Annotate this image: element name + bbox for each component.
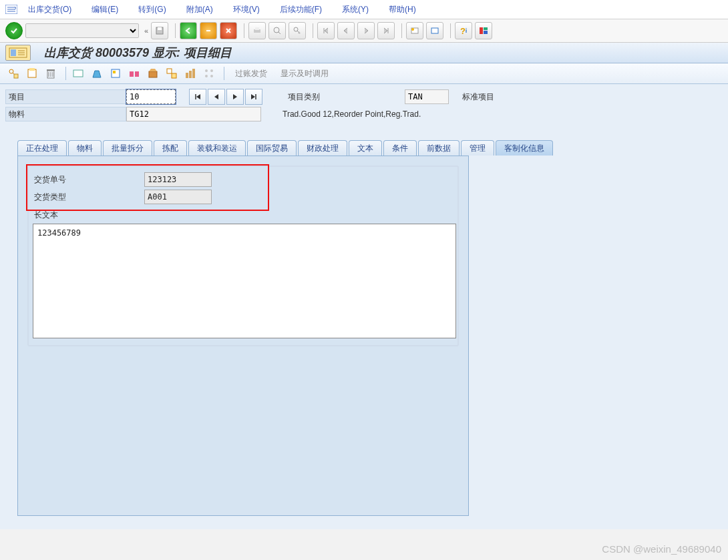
form-area: 项目 10 项目类别 TAN 标准项目 物料 TG12 Trad.Good 12… xyxy=(0,84,728,529)
prev-page-button[interactable] xyxy=(337,22,355,39)
tab-admin[interactable]: 管理 xyxy=(461,140,494,156)
first-page-button[interactable] xyxy=(317,22,335,39)
last-item-button[interactable] xyxy=(245,89,262,105)
tab-content: 交货单号 123123 交货类型 A001 长文本 123456789 xyxy=(17,156,469,516)
delivery-type-input[interactable]: A001 xyxy=(144,190,212,204)
svg-rect-19 xyxy=(431,28,438,33)
tab-text[interactable]: 文本 xyxy=(349,140,382,156)
svg-marker-39 xyxy=(93,71,101,77)
svg-rect-44 xyxy=(149,71,157,77)
help-button[interactable]: ?i xyxy=(455,22,472,39)
svg-marker-56 xyxy=(196,94,200,99)
tab-batch-split[interactable]: 批量拆分 xyxy=(103,140,152,156)
new-session-button[interactable] xyxy=(406,22,423,39)
tab-picking[interactable]: 拣配 xyxy=(154,140,187,156)
item-category-text: 标准项目 xyxy=(449,91,494,103)
collapse-icon[interactable]: « xyxy=(144,27,148,35)
menu-outbound-delivery[interactable]: 出库交货(O) xyxy=(28,4,71,15)
enter-button[interactable] xyxy=(5,22,23,39)
toolbar-separator xyxy=(450,23,451,38)
menu-bar: 出库交货(O) 编辑(E) 转到(G) 附加(A) 环境(V) 后续功能(F) … xyxy=(0,0,728,19)
menu-help[interactable]: 帮助(H) xyxy=(389,4,416,15)
incompletion-button[interactable] xyxy=(108,65,124,81)
tab-processing[interactable]: 正在处理 xyxy=(17,140,67,156)
prev-item-button[interactable] xyxy=(208,89,225,105)
svg-line-11 xyxy=(279,32,281,34)
svg-point-53 xyxy=(205,75,208,77)
standard-toolbar: « + ?i xyxy=(0,19,728,43)
menu-goto[interactable]: 转到(G) xyxy=(138,4,166,15)
svg-point-18 xyxy=(411,28,414,31)
command-field[interactable] xyxy=(25,23,139,38)
tab-custom-info[interactable]: 客制化信息 xyxy=(496,140,553,156)
item-input[interactable]: 10 xyxy=(126,89,176,104)
header-details-button[interactable] xyxy=(70,65,86,81)
svg-rect-48 xyxy=(186,73,188,78)
last-page-button[interactable] xyxy=(377,22,395,39)
svg-marker-59 xyxy=(251,94,255,99)
layout-button[interactable] xyxy=(475,22,492,39)
svg-rect-32 xyxy=(29,68,35,71)
svg-point-54 xyxy=(210,75,213,77)
find-button[interactable] xyxy=(268,22,286,39)
svg-marker-57 xyxy=(214,94,218,99)
menu-edit[interactable]: 编辑(E) xyxy=(92,4,118,15)
back-button[interactable] xyxy=(180,22,197,39)
tab-foreign-trade[interactable]: 国际贸易 xyxy=(247,140,297,156)
menu-extras[interactable]: 附加(A) xyxy=(186,4,213,15)
title-bar: 出库交货 80003579 显示: 项目细目 xyxy=(0,43,728,63)
svg-text:+: + xyxy=(298,31,301,35)
watermark: CSDN @weixin_49689040 xyxy=(602,543,721,555)
cancel-button[interactable] xyxy=(220,22,237,39)
tab-predecessor[interactable]: 前数据 xyxy=(418,140,460,156)
display-change-button[interactable] xyxy=(5,65,21,81)
menu-environment[interactable]: 环境(V) xyxy=(233,4,260,15)
tab-material[interactable]: 物料 xyxy=(68,140,102,156)
svg-rect-46 xyxy=(167,69,172,73)
tabs-row: 正在处理 物料 批量拆分 拣配 装载和装运 国际贸易 财政处理 文本 条件 前数… xyxy=(5,140,723,156)
display-jit-text: 显示及时调用 xyxy=(281,68,329,79)
material-input[interactable]: TG12 xyxy=(126,107,261,121)
delivery-no-label: 交货单号 xyxy=(31,174,144,186)
delivery-no-input[interactable]: 123123 xyxy=(144,172,212,187)
first-item-button[interactable] xyxy=(189,89,206,105)
menu-subsequent[interactable]: 后续功能(F) xyxy=(280,4,322,15)
delivery-type-label: 交货类型 xyxy=(31,192,144,203)
svg-rect-38 xyxy=(73,70,83,77)
split-button[interactable] xyxy=(126,65,142,81)
app-toolbar-separator xyxy=(65,67,66,80)
box-button[interactable] xyxy=(145,65,161,81)
item-label: 项目 xyxy=(5,89,126,104)
other-delivery-button[interactable] xyxy=(24,65,40,81)
toolbar-separator xyxy=(401,23,402,38)
app-menu-icon[interactable] xyxy=(4,2,19,17)
svg-rect-5 xyxy=(158,27,162,30)
material-text: Trad.Good 12,Reorder Point,Reg.Trad. xyxy=(261,109,421,119)
delete-button[interactable] xyxy=(43,65,59,81)
services-button[interactable] xyxy=(182,65,198,81)
tab-conditions[interactable]: 条件 xyxy=(383,140,417,156)
config-button[interactable] xyxy=(201,65,217,81)
tab-financial[interactable]: 财政处理 xyxy=(298,140,347,156)
tab-loading[interactable]: 装载和装运 xyxy=(188,140,246,156)
svg-point-10 xyxy=(274,27,279,33)
app-toolbar-separator xyxy=(224,67,224,80)
print-button[interactable] xyxy=(248,22,266,39)
longtext-area[interactable]: 123456789 xyxy=(33,224,456,338)
material-label: 物料 xyxy=(5,107,126,121)
toolbar-separator xyxy=(313,23,313,38)
longtext-label: 长文本 xyxy=(34,210,452,221)
pack-button[interactable] xyxy=(89,65,105,81)
menu-system[interactable]: 系统(Y) xyxy=(342,4,369,15)
next-item-button[interactable] xyxy=(226,89,244,105)
svg-rect-43 xyxy=(135,71,139,77)
app-toolbar: 过账发货 显示及时调用 xyxy=(0,63,728,84)
next-page-button[interactable] xyxy=(357,22,375,39)
create-shortcut-button[interactable] xyxy=(426,22,443,39)
post-goods-text: 过账发货 xyxy=(235,68,267,79)
exit-button[interactable] xyxy=(200,22,217,39)
find-next-button[interactable]: + xyxy=(289,22,306,39)
doc-flow-button[interactable] xyxy=(164,65,180,81)
toolbar-separator xyxy=(175,23,176,38)
save-button[interactable] xyxy=(151,22,168,39)
